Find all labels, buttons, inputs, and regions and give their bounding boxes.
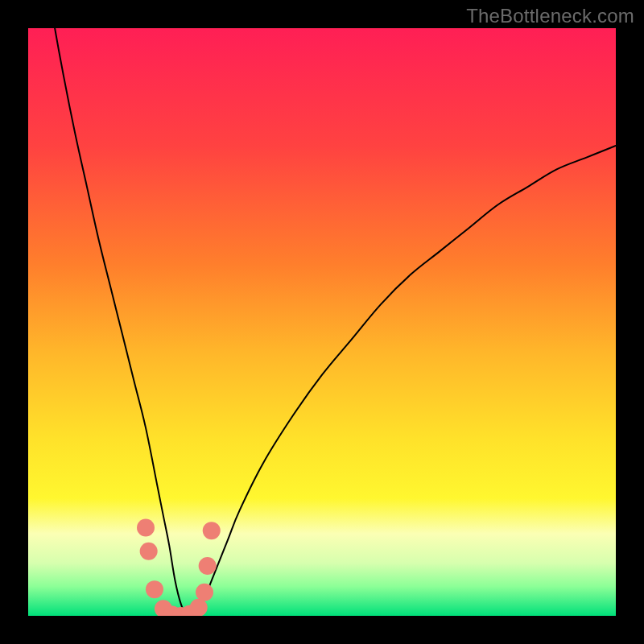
chart-svg (0, 0, 644, 644)
data-point (137, 519, 155, 537)
data-point (190, 599, 208, 617)
data-point (146, 580, 163, 598)
data-point (199, 557, 217, 575)
plot-background (28, 28, 616, 616)
data-point (203, 522, 221, 539)
data-point (140, 543, 158, 560)
chart-frame: TheBottleneck.com (0, 0, 644, 644)
data-point (196, 584, 213, 601)
